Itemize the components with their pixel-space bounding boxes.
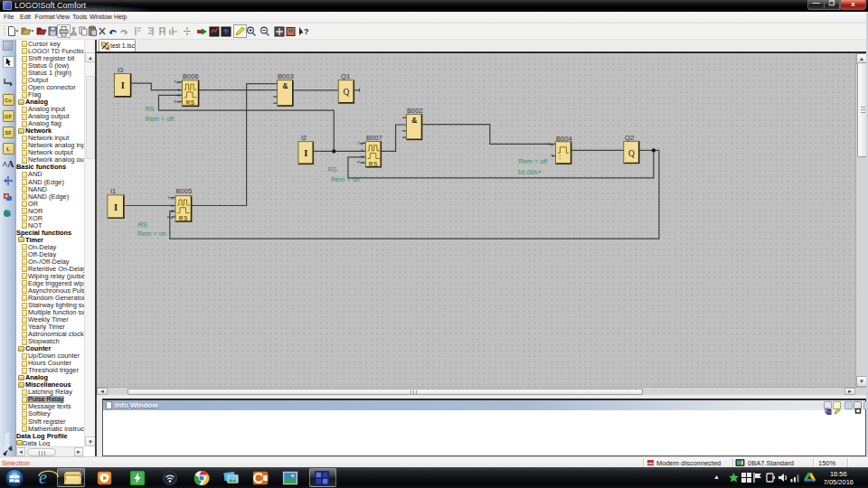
- svg-text:Trg: Trg: [357, 141, 363, 145]
- svg-text:Par: Par: [167, 215, 174, 220]
- svg-text:RS: RS: [369, 161, 379, 167]
- svg-text:Q: Q: [344, 89, 350, 98]
- svg-text:RS: RS: [138, 221, 147, 229]
- svg-text:Rem = off: Rem = off: [146, 115, 175, 123]
- svg-text:R: R: [361, 155, 363, 159]
- svg-text:B005: B005: [176, 187, 193, 195]
- svg-text:R: R: [171, 209, 174, 213]
- svg-text:Q: Q: [628, 149, 635, 158]
- svg-text:Rem = off: Rem = off: [331, 175, 361, 183]
- svg-text:RS: RS: [328, 165, 337, 174]
- svg-text:I3: I3: [118, 66, 123, 74]
- svg-text:S: S: [178, 88, 181, 92]
- svg-text:Q2: Q2: [625, 134, 634, 142]
- svg-text:Par: Par: [357, 160, 363, 164]
- svg-text:I: I: [114, 202, 118, 212]
- svg-text:RS: RS: [185, 99, 195, 106]
- svg-text:Trg: Trg: [547, 142, 553, 146]
- svg-text:10.00s+: 10.00s+: [518, 168, 542, 176]
- svg-text:B004: B004: [556, 135, 572, 143]
- svg-text:T: T: [551, 154, 553, 158]
- svg-text:?: ?: [304, 27, 309, 36]
- svg-text:I1: I1: [110, 187, 116, 195]
- svg-text:S: S: [171, 203, 174, 208]
- svg-text:Rem = off: Rem = off: [519, 157, 549, 165]
- svg-text:B006: B006: [183, 72, 199, 80]
- svg-text:B002: B002: [407, 107, 423, 115]
- svg-text:I: I: [304, 148, 307, 158]
- svg-text:B007: B007: [366, 134, 382, 142]
- svg-text:S: S: [361, 148, 363, 153]
- svg-text:B003: B003: [278, 72, 294, 80]
- svg-text:Rem = on: Rem = on: [137, 230, 166, 238]
- svg-text:Trg: Trg: [175, 80, 181, 84]
- svg-text:&: &: [282, 81, 288, 90]
- svg-text:RS: RS: [146, 105, 155, 113]
- svg-text:Q1: Q1: [341, 72, 350, 80]
- svg-text:&: &: [411, 116, 417, 125]
- svg-text:Par: Par: [175, 99, 181, 104]
- svg-text:I2: I2: [301, 134, 307, 142]
- svg-text:R: R: [178, 93, 181, 98]
- svg-text:RS: RS: [179, 215, 189, 221]
- svg-text:Trg: Trg: [167, 195, 174, 200]
- svg-text:I: I: [121, 80, 125, 90]
